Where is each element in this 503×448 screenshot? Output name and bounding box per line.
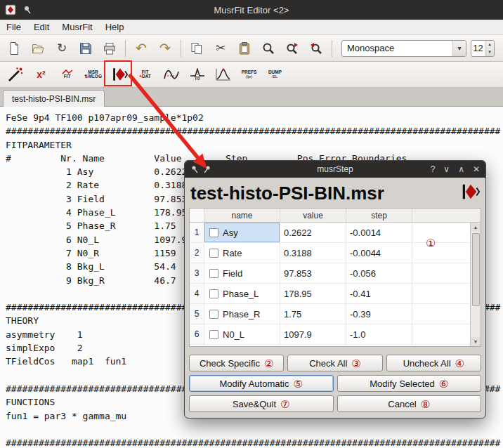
dump-icon-sublabel: EL <box>273 74 277 79</box>
modify-automatic-button[interactable]: Modify Automatic⑤ <box>189 375 334 392</box>
app-icon <box>4 4 17 16</box>
fit-without-graph-button[interactable]: FIT +DAT <box>133 64 157 85</box>
open-file-button[interactable] <box>28 39 48 58</box>
chevron-down-icon[interactable]: ▾ <box>452 41 466 56</box>
checkbox[interactable] <box>209 249 218 258</box>
row-number: 4 <box>190 284 204 303</box>
tab-msr-file[interactable]: test-histo-PSI-BIN.msr <box>3 90 105 107</box>
reload-button[interactable]: ↻ <box>52 39 72 58</box>
shade-icon[interactable]: ∨ <box>443 164 450 174</box>
param-step-cell[interactable]: -1.0 <box>346 324 412 344</box>
menu-musrfit[interactable]: MusrFit <box>55 20 98 34</box>
header-step[interactable]: step <box>346 209 412 222</box>
font-size-spinbox[interactable]: 12 ▴ ▾ <box>471 40 495 57</box>
cut-icon: ✂ <box>216 41 226 55</box>
dialog-titlebar[interactable]: musrStep ? ∨ ∧ ✕ <box>185 161 485 178</box>
copy-button[interactable] <box>187 39 207 58</box>
undo-icon: ↶ <box>136 40 147 56</box>
t0-peak-icon <box>190 68 205 77</box>
param-value-cell[interactable]: 0.3188 <box>280 243 346 263</box>
cut-button[interactable]: ✂ <box>211 39 230 58</box>
checkbox[interactable] <box>209 228 218 237</box>
header-value[interactable]: value <box>280 209 346 222</box>
row-number: 1 <box>190 223 204 242</box>
find-prev-button[interactable] <box>306 39 326 58</box>
checkbox[interactable] <box>209 310 218 319</box>
musrstep-logo-icon <box>460 182 480 204</box>
redo-button[interactable]: ↷ <box>155 39 175 58</box>
menu-help[interactable]: Help <box>99 20 131 34</box>
param-name-cell[interactable]: N0_L <box>204 324 280 344</box>
save-button[interactable] <box>76 39 96 58</box>
print-button[interactable] <box>100 39 119 58</box>
prefs-button[interactable]: PREFS (ijz) <box>237 64 261 85</box>
param-step-cell[interactable]: -0.41 <box>346 284 412 303</box>
musrwiz-button[interactable] <box>4 64 27 85</box>
param-value-cell[interactable]: 178.95 <box>280 284 346 303</box>
param-value-cell[interactable]: 1.75 <box>280 304 346 324</box>
param-name-cell[interactable]: Phase_L <box>204 284 280 303</box>
prefs-icon-sublabel: (ijz) <box>246 74 253 79</box>
param-step-cell[interactable]: -0.0044 <box>346 243 412 263</box>
spin-up-icon[interactable]: ▴ <box>485 41 494 48</box>
row-number: 5 <box>190 304 204 324</box>
annotation-6: ⑥ <box>439 378 448 389</box>
table-scrollbar[interactable]: ▲ ▼ <box>470 223 481 346</box>
checkbox[interactable] <box>209 269 218 278</box>
menu-edit[interactable]: Edit <box>27 20 55 34</box>
modify-selected-button[interactable]: Modify Selected⑥ <box>337 375 482 392</box>
checkbox[interactable] <box>209 289 218 298</box>
dialog-heading: test-histo-PSI-BIN.msr <box>189 180 481 208</box>
undo-button[interactable]: ↶ <box>131 39 151 58</box>
help-icon[interactable]: ? <box>431 164 436 174</box>
chisq-button[interactable]: x² <box>30 64 53 85</box>
header-name[interactable]: name <box>204 209 280 222</box>
scroll-up-icon[interactable]: ▲ <box>471 223 481 232</box>
new-document-icon <box>7 41 21 55</box>
highlight-box <box>104 60 132 86</box>
pin-icon[interactable] <box>203 165 211 173</box>
param-name-cell[interactable]: Asy <box>204 223 280 242</box>
window-title: MusrFit Editor <2> <box>0 5 503 15</box>
fourier-button[interactable] <box>159 64 183 85</box>
unshade-icon[interactable]: ∧ <box>458 164 464 174</box>
find-next-button[interactable] <box>282 39 302 58</box>
param-value-cell[interactable]: 97.853 <box>280 263 346 283</box>
dump-button[interactable]: DUMP EL <box>263 64 287 85</box>
musrstep-dialog: musrStep ? ∨ ∧ ✕ test-histo-PSI-BIN.msr … <box>184 160 486 419</box>
pin-icon[interactable] <box>190 165 199 173</box>
checkbox[interactable] <box>209 330 218 339</box>
spin-down-icon[interactable]: ▾ <box>485 48 494 56</box>
check-specific-button[interactable]: Check Specific② <box>189 355 284 371</box>
header-filler <box>412 209 481 222</box>
redo-icon: ↷ <box>159 40 171 56</box>
font-family-combobox[interactable]: Monospace ▾ <box>341 40 466 57</box>
find-button[interactable] <box>259 39 278 58</box>
cancel-button[interactable]: Cancel⑧ <box>337 395 482 412</box>
copy-icon <box>190 41 204 55</box>
param-value-cell[interactable]: 1097.9 <box>280 324 346 344</box>
param-step-cell[interactable]: -0.056 <box>346 263 412 283</box>
dialog-heading-text: test-histo-PSI-BIN.msr <box>190 183 384 204</box>
param-name-cell[interactable]: Rate <box>204 243 280 263</box>
close-icon[interactable]: ✕ <box>473 164 480 174</box>
menu-file[interactable]: File <box>0 20 27 34</box>
musrview-button[interactable] <box>211 64 235 85</box>
toolbar-separator <box>332 40 332 57</box>
msr2mlog-button[interactable]: MSR ⇅MLOG <box>81 64 105 85</box>
t0-button[interactable]: T0 <box>185 64 209 85</box>
paste-button[interactable] <box>235 39 254 58</box>
param-name-cell[interactable]: Field <box>204 263 280 283</box>
param-name-cell[interactable]: Phase_R <box>204 304 280 324</box>
param-step-cell[interactable]: -0.0014 <box>346 223 412 242</box>
param-step-cell[interactable]: -0.39 <box>346 304 412 324</box>
scroll-down-icon[interactable]: ▼ <box>471 337 481 346</box>
scrollbar-thumb[interactable] <box>472 233 480 306</box>
check-all-button[interactable]: Check All③ <box>287 355 382 371</box>
musrfit-button[interactable]: FIT <box>55 64 79 85</box>
save-quit-button[interactable]: Save&Quit⑦ <box>189 395 334 412</box>
new-file-button[interactable] <box>4 39 24 58</box>
uncheck-all-button[interactable]: Uncheck All④ <box>386 355 481 371</box>
param-value-cell[interactable]: 0.2622 <box>280 223 346 242</box>
dat-icon-label: DAT <box>142 74 151 79</box>
